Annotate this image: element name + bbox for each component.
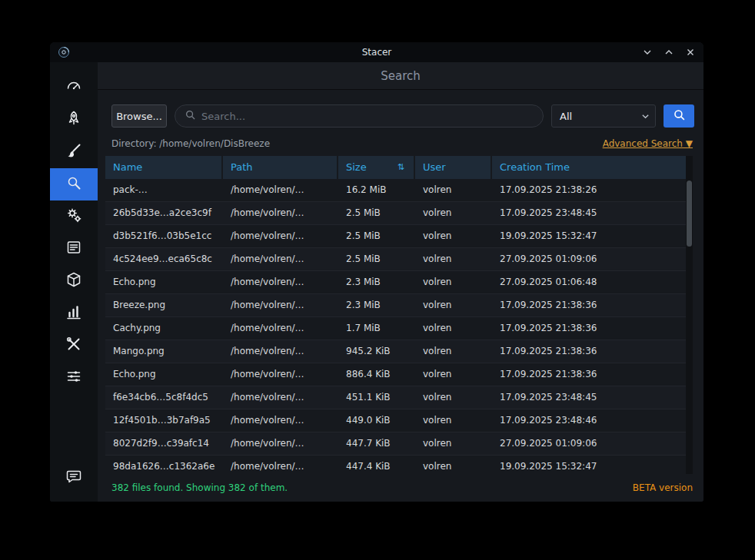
column-header-size[interactable]: Size ⇅: [338, 156, 415, 179]
table-cell: 1.7 MiB: [338, 317, 415, 340]
search-controls: Browse... All: [111, 104, 694, 128]
table-cell: /home/volren/…: [223, 317, 338, 340]
table-cell: volren: [415, 386, 492, 409]
sidebar-item-services[interactable]: [50, 200, 98, 233]
sidebar-item-dashboard[interactable]: [50, 71, 98, 104]
table-cell: 17.09.2025 23:48:45: [492, 386, 693, 409]
table-cell: 12f4501b…3b7af9a5: [105, 409, 223, 432]
stacer-logo-icon: [58, 46, 70, 58]
table-cell: /home/volren/…: [223, 225, 338, 247]
table-cell: 447.4 KiB: [338, 456, 415, 474]
column-header-user[interactable]: User: [415, 156, 492, 179]
minimize-button[interactable]: [642, 47, 653, 58]
table-cell: 17.09.2025 23:48:45: [492, 202, 693, 224]
table-cell: volren: [415, 340, 492, 363]
package-icon: [65, 270, 83, 292]
main-content: Search Browse... All: [98, 62, 703, 502]
table-cell: /home/volren/…: [223, 271, 338, 293]
sidebar-item-resources[interactable]: [50, 297, 98, 330]
table-cell: d3b521f6…03b5e1cc: [105, 225, 223, 247]
table-row[interactable]: 12f4501b…3b7af9a5/home/volren/…449.0 KiB…: [105, 409, 693, 432]
table-cell: volren: [415, 179, 492, 201]
table-cell: 2.5 MiB: [338, 225, 415, 247]
titlebar: Stacer: [50, 42, 703, 62]
table-row[interactable]: Breeze.png/home/volren/…2.3 MiBvolren17.…: [105, 294, 693, 317]
table-cell: /home/volren/…: [223, 386, 338, 409]
table-row[interactable]: 98da1626…c1362a6e/home/volren/…447.4 KiB…: [105, 456, 693, 474]
table-cell: volren: [415, 248, 492, 270]
gears-icon: [65, 206, 83, 227]
table-cell: Breeze.png: [105, 294, 223, 316]
list-icon: [65, 238, 83, 260]
search-input[interactable]: [201, 111, 534, 122]
sidebar-item-feedback[interactable]: [50, 462, 98, 494]
table-cell: 2.5 MiB: [338, 202, 415, 224]
table-row[interactable]: 4c524ee9…eca65c8c/home/volren/…2.5 MiBvo…: [105, 248, 693, 271]
gauge-icon: [65, 77, 83, 98]
table-row[interactable]: f6e34cb6…5c8f4dc5/home/volren/…451.1 KiB…: [105, 386, 693, 409]
table-cell: Mango.png: [105, 340, 223, 363]
table-row[interactable]: 8027d2f9…c39afc14/home/volren/…447.7 KiB…: [105, 432, 693, 456]
table-row[interactable]: pack-…/home/volren/…16.2 MiBvolren17.09.…: [105, 179, 693, 202]
window-title: Stacer: [50, 47, 703, 58]
page-header: Search: [98, 62, 703, 90]
table-cell: volren: [415, 202, 492, 224]
table-cell: volren: [415, 317, 492, 340]
table-cell: 27.09.2025 01:09:06: [492, 432, 693, 455]
sidebar-item-uninstaller[interactable]: [50, 265, 98, 297]
table-cell: /home/volren/…: [223, 248, 338, 270]
brush-icon: [65, 141, 83, 163]
column-header-path[interactable]: Path: [223, 156, 338, 179]
table-cell: volren: [415, 456, 492, 474]
page-title: Search: [381, 69, 421, 83]
vertical-scrollbar[interactable]: [686, 156, 693, 474]
table-cell: Cachy.png: [105, 317, 223, 340]
table-row[interactable]: d3b521f6…03b5e1cc/home/volren/…2.5 MiBvo…: [105, 225, 693, 248]
table-cell: 17.09.2025 21:38:36: [492, 294, 693, 316]
table-cell: /home/volren/…: [223, 202, 338, 224]
table-row[interactable]: Echo.png/home/volren/…886.4 KiBvolren17.…: [105, 363, 693, 386]
search-submit-button[interactable]: [664, 104, 694, 128]
browse-button[interactable]: Browse...: [111, 104, 167, 128]
column-header-name[interactable]: Name: [105, 156, 223, 179]
table-row[interactable]: Cachy.png/home/volren/…1.7 MiBvolren17.0…: [105, 317, 693, 340]
sidebar-item-system-cleaner[interactable]: [50, 136, 98, 168]
column-header-creation-time[interactable]: Creation Time: [492, 156, 693, 179]
table-cell: /home/volren/…: [223, 456, 338, 474]
table-cell: 447.7 KiB: [338, 432, 415, 455]
table-row[interactable]: Echo.png/home/volren/…2.3 MiBvolren27.09…: [105, 271, 693, 294]
sort-indicator-icon[interactable]: ⇅: [397, 156, 414, 179]
table-row[interactable]: Mango.png/home/volren/…945.2 KiBvolren17…: [105, 340, 693, 363]
advanced-search-link[interactable]: Advanced Search ▼: [603, 138, 693, 149]
table-cell: pack-…: [105, 179, 223, 201]
close-button[interactable]: [685, 47, 696, 58]
sidebar-item-search[interactable]: [50, 168, 98, 200]
magnifier-icon: [65, 174, 83, 195]
sidebar-item-startup-apps[interactable]: [50, 104, 98, 136]
sidebar-item-settings[interactable]: [50, 362, 98, 394]
filter-selected-value: All: [552, 111, 635, 122]
sidebar-item-helpers[interactable]: [50, 330, 98, 362]
table-cell: 2.3 MiB: [338, 294, 415, 316]
table-cell: volren: [415, 409, 492, 432]
filter-dropdown[interactable]: All: [551, 104, 656, 128]
table-cell: 17.09.2025 21:38:36: [492, 317, 693, 340]
table-cell: /home/volren/…: [223, 179, 338, 201]
table-cell: 27.09.2025 01:06:48: [492, 271, 693, 293]
table-cell: volren: [415, 225, 492, 247]
table-cell: 19.09.2025 15:32:47: [492, 456, 693, 474]
results-count-text: 382 files found. Showing 382 of them.: [111, 482, 288, 493]
table-cell: 17.09.2025 21:38:26: [492, 179, 693, 201]
sidebar-item-processes[interactable]: [50, 233, 98, 265]
maximize-button[interactable]: [664, 47, 674, 58]
scrollbar-thumb[interactable]: [687, 181, 692, 247]
table-cell: 16.2 MiB: [338, 179, 415, 201]
table-cell: 26b5d33e…a2ce3c9f: [105, 202, 223, 224]
beta-version-badge: BETA version: [633, 482, 693, 493]
table-row[interactable]: 26b5d33e…a2ce3c9f/home/volren/…2.5 MiBvo…: [105, 202, 693, 225]
tools-icon: [65, 335, 83, 356]
status-bar: 382 files found. Showing 382 of them. BE…: [98, 474, 703, 502]
search-box[interactable]: [175, 104, 544, 128]
directory-row: Directory: /home/volren/DisBreeze Advanc…: [111, 137, 693, 150]
table-cell: 27.09.2025 01:09:06: [492, 248, 693, 270]
